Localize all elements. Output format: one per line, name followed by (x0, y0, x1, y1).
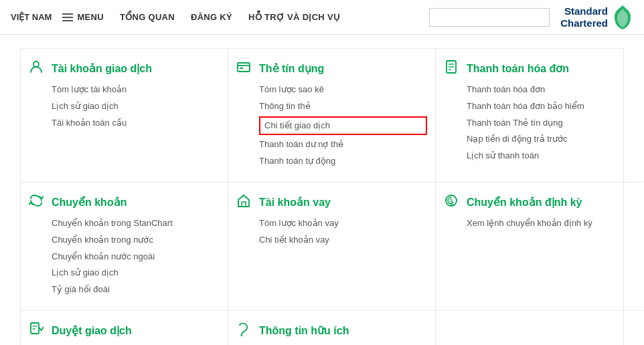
section-chuyen-khoan: Chuyển khoản Chuyển khoản trong StanChar… (21, 183, 228, 310)
country-label: VIỆT NAM (11, 12, 52, 22)
section-title-vay: Tài khoản vay (236, 193, 427, 211)
svg-rect-3 (240, 68, 243, 69)
section-title-tai-khoan: Tài khoản giao dịch (29, 60, 220, 78)
svg-text:$: $ (450, 198, 453, 203)
svg-rect-1 (238, 63, 250, 72)
svg-rect-11 (31, 323, 39, 334)
logo: Standard Chartered (560, 5, 633, 29)
link-thanh-toan-tu-dong[interactable]: Thanh toán tự động (259, 154, 427, 168)
link-thanh-toan-bao-hiem[interactable]: Thanh toán hóa đơn bảo hiểm (467, 100, 635, 114)
section-title-chuyen-khoan: Chuyển khoản (29, 193, 220, 211)
link-chi-tiet-giao-dich[interactable]: Chi tiết giao dịch (259, 116, 427, 136)
nav-menu[interactable]: MENU (77, 12, 103, 22)
house-icon (236, 193, 252, 211)
link-tom-luoc-sao-ke[interactable]: Tóm lược sao kê (259, 83, 427, 97)
section-tai-khoan: Tài khoản giao dịch Tóm lược tài khoản L… (21, 49, 228, 182)
section-title-the: Thẻ tín dụng (236, 60, 427, 78)
main-nav: MENU TỔNG QUAN ĐĂNG KÝ HỖ TRỢ VÀ DỊCH VỤ (77, 12, 429, 22)
section-duyet: Duyệt giao dịch Duyệt giao dịch chờ (21, 311, 228, 345)
links-ck-dk: Xem lệnh chuyển khoản định kỳ (467, 217, 635, 231)
main-content: Tài khoản giao dịch Tóm lược tài khoản L… (0, 35, 644, 345)
link-lich-su-giao-dich-tk[interactable]: Lịch sử giao dịch (52, 100, 220, 114)
bill-icon (444, 60, 460, 78)
link-nap-tien-di-dong[interactable]: Nạp tiền di động trả trước (467, 132, 635, 146)
transfer-icon (29, 193, 45, 211)
section-thanh-toan: Thanh toán hóa đơn Thanh toán hóa đơn Th… (436, 49, 643, 182)
recurring-icon: $ (444, 193, 460, 211)
logo-icon (612, 5, 633, 29)
link-ty-gia[interactable]: Tỷ giá hối đoái (52, 283, 220, 297)
link-ck-stanchart[interactable]: Chuyển khoản trong StanChart (52, 217, 220, 231)
link-lich-su-ck[interactable]: Lịch sử giao dịch (52, 266, 220, 280)
menu-grid: Tài khoản giao dịch Tóm lược tài khoản L… (20, 48, 624, 345)
svg-rect-8 (242, 202, 246, 207)
link-ck-nuoc-ngoai[interactable]: Chuyển khoản nước ngoài (52, 250, 220, 264)
link-chi-tiet-vay[interactable]: Chi tiết khoản vay (259, 233, 427, 247)
link-thanh-toan-du-no[interactable]: Thanh toán dư nợ thẻ (259, 138, 427, 152)
nav-tong-quan[interactable]: TỔNG QUAN (120, 12, 175, 22)
link-thanh-toan-the-td[interactable]: Thanh toán Thẻ tín dụng (467, 116, 635, 130)
link-tai-khoan-toan-cau[interactable]: Tài khoản toàn cầu (52, 116, 220, 130)
link-tom-luot-vay[interactable]: Tóm lược khoản vay (259, 217, 427, 231)
section-title-ck-dk: $ Chuyển khoản định kỳ (444, 193, 635, 211)
section-empty (436, 311, 643, 345)
nav-ho-tro[interactable]: HỖ TRỢ VÀ DỊCH VỤ (248, 12, 340, 22)
logo-text: Standard Chartered (560, 5, 608, 29)
links-chuyen-khoan: Chuyển khoản trong StanChart Chuyển khoả… (52, 217, 220, 297)
svg-point-14 (242, 335, 242, 336)
link-thanh-toan-hoa-don[interactable]: Thanh toán hóa đơn (467, 83, 635, 97)
links-tai-khoan: Tóm lược tài khoản Lịch sử giao dịch Tài… (52, 83, 220, 130)
section-ck-dk: $ Chuyển khoản định kỳ Xem lệnh chuyển k… (436, 183, 643, 310)
section-the-tin-dung: Thẻ tín dụng Tóm lược sao kê Thông tin t… (228, 49, 436, 182)
section-title-thong-tin: Thông tin hữu ích (236, 322, 427, 340)
hamburger-icon[interactable] (62, 13, 73, 21)
link-xem-lenh-ck[interactable]: Xem lệnh chuyển khoản định kỳ (467, 217, 635, 231)
links-thanh-toan: Thanh toán hóa đơn Thanh toán hóa đơn bả… (467, 83, 635, 163)
links-the: Tóm lược sao kê Thông tin thẻ Chi tiết g… (259, 83, 427, 168)
link-lich-su-thanh-toan[interactable]: Lịch sử thanh toán (467, 149, 635, 163)
section-title-duyet: Duyệt giao dịch (29, 322, 220, 340)
section-thong-tin: Thông tin hữu ích Xem Thông tin hữu ích (228, 311, 436, 345)
card-icon (236, 60, 252, 78)
nav-dang-ky[interactable]: ĐĂNG KÝ (191, 12, 232, 22)
section-title-thanh-toan: Thanh toán hóa đơn (444, 60, 635, 78)
link-ck-trong-nuoc[interactable]: Chuyển khoản trong nước (52, 233, 220, 247)
header: VIỆT NAM MENU TỔNG QUAN ĐĂNG KÝ HỖ TRỢ V… (0, 0, 644, 35)
link-thong-tin-the[interactable]: Thông tin thẻ (259, 100, 427, 114)
info-icon (236, 322, 252, 340)
approve-icon (29, 322, 45, 340)
search-input[interactable] (429, 8, 550, 27)
person-icon (29, 60, 45, 78)
link-tom-luoc-tai-khoan[interactable]: Tóm lược tài khoản (52, 83, 220, 97)
links-vay: Tóm lược khoản vay Chi tiết khoản vay (259, 217, 427, 247)
section-tai-khoan-vay: Tài khoản vay Tóm lược khoản vay Chi tiế… (228, 183, 436, 310)
svg-point-0 (33, 62, 39, 67)
